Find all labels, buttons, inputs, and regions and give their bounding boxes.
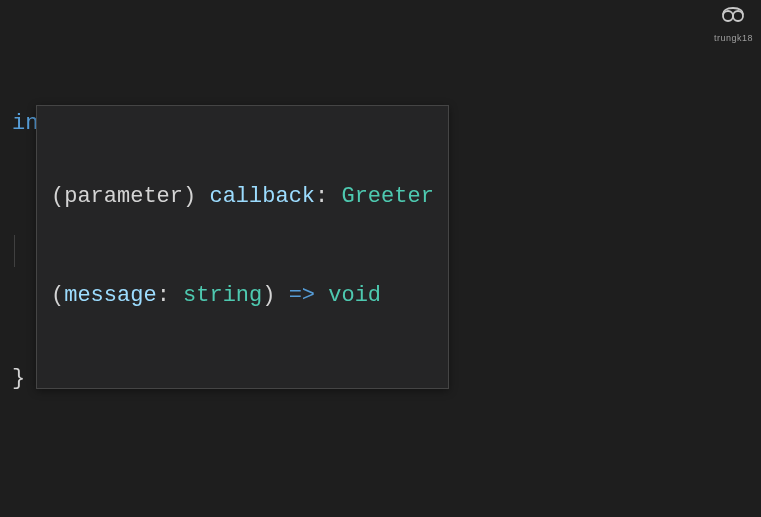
indent-guide — [14, 235, 15, 267]
colon: : — [157, 283, 183, 308]
param-name: callback — [209, 184, 315, 209]
code-editor[interactable]: interface Greeter { (message: string): v… — [0, 0, 761, 517]
kind-label: parameter — [64, 184, 183, 209]
avatar-icon — [714, 6, 753, 32]
code-line-empty[interactable] — [12, 491, 761, 517]
svg-point-1 — [733, 11, 743, 21]
paren: ( — [51, 283, 64, 308]
type: void — [328, 283, 381, 308]
type: Greeter — [341, 184, 433, 209]
tooltip-line: (parameter) callback: Greeter — [51, 180, 434, 213]
arrow: => — [289, 283, 315, 308]
brace: } — [12, 363, 25, 395]
paren: ) — [183, 184, 209, 209]
type: string — [183, 283, 262, 308]
watermark: trungk18 — [714, 6, 753, 45]
watermark-name: trungk18 — [714, 32, 753, 45]
svg-point-0 — [723, 11, 733, 21]
colon: : — [315, 184, 341, 209]
paren: ) — [262, 283, 288, 308]
hover-tooltip[interactable]: (parameter) callback: Greeter (message: … — [36, 105, 449, 389]
paren: ( — [51, 184, 64, 209]
param-name: message — [64, 283, 156, 308]
space — [315, 283, 328, 308]
tooltip-line: (message: string) => void — [51, 279, 434, 312]
